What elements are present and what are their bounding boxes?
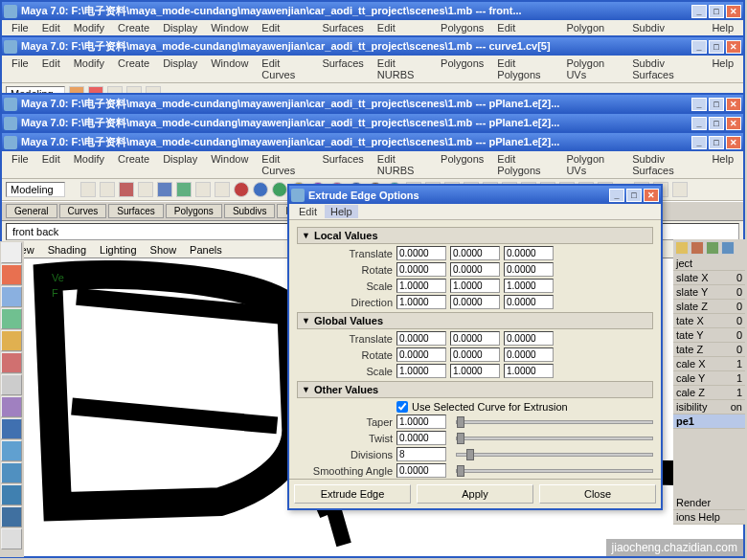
menu-polygons[interactable]: Polygons bbox=[435, 56, 489, 81]
divisions-slider[interactable] bbox=[456, 453, 653, 457]
taper-slider[interactable] bbox=[456, 420, 653, 424]
minimize-button[interactable]: _ bbox=[609, 189, 624, 202]
menu-edit-nurbs[interactable]: Edit NURBS bbox=[372, 56, 433, 81]
channel-row[interactable]: cale Y1 bbox=[673, 371, 745, 386]
smoothing-slider[interactable] bbox=[456, 469, 653, 473]
divisions-input[interactable] bbox=[396, 447, 446, 461]
close-dialog-button[interactable]: Close bbox=[539, 484, 656, 504]
persp-pane-icon[interactable] bbox=[1, 462, 22, 483]
apply-button[interactable]: Apply bbox=[417, 484, 533, 504]
channel-row[interactable]: tate Y0 bbox=[673, 328, 745, 343]
use-curve-checkbox[interactable] bbox=[396, 401, 408, 413]
four-pane-icon[interactable] bbox=[1, 440, 22, 461]
local-values-section[interactable]: ▼Local Values bbox=[297, 227, 653, 244]
shelf-tab-general[interactable]: General bbox=[6, 204, 57, 218]
maximize-button[interactable]: □ bbox=[709, 5, 724, 18]
channel-row[interactable]: slate Y0 bbox=[673, 285, 745, 300]
local-scale-x[interactable] bbox=[396, 279, 446, 293]
local-rotate-y[interactable] bbox=[450, 262, 500, 277]
window3-titlebar[interactable]: Maya 7.0: F:\电子资料\maya_mode-cundang\maya… bbox=[2, 95, 743, 113]
menu-edit-curves[interactable]: Edit Curves bbox=[256, 152, 314, 177]
extrude-button[interactable]: Extrude Edge bbox=[294, 484, 411, 504]
outliner-pane-icon[interactable] bbox=[1, 484, 22, 505]
minimize-button[interactable]: _ bbox=[691, 98, 707, 111]
channel-row[interactable]: isibilityon bbox=[673, 400, 745, 414]
single-pane-icon[interactable] bbox=[1, 418, 22, 439]
cb-icon[interactable] bbox=[721, 241, 735, 255]
menu-window[interactable]: Window bbox=[205, 56, 254, 81]
taper-input[interactable] bbox=[396, 414, 446, 429]
menu-polygon-uvs[interactable]: Polygon UVs bbox=[560, 152, 624, 177]
local-direction-z[interactable] bbox=[504, 295, 554, 309]
viewmenu-shading[interactable]: Shading bbox=[48, 244, 86, 256]
menu-display[interactable]: Display bbox=[157, 152, 203, 177]
dialog-help-menu[interactable]: Help bbox=[325, 205, 358, 218]
soft-mod-tool-icon[interactable] bbox=[1, 352, 22, 373]
selected-shape[interactable]: pe1 bbox=[673, 414, 745, 429]
close-button[interactable]: ✕ bbox=[726, 5, 741, 18]
menu-subdiv-surfaces[interactable]: Subdiv Surfaces bbox=[626, 152, 704, 177]
menu-help[interactable]: Help bbox=[706, 56, 739, 81]
shelf-tab-curves[interactable]: Curves bbox=[59, 204, 107, 218]
shelf-tab-polygons[interactable]: Polygons bbox=[166, 204, 222, 218]
menu-edit[interactable]: Edit bbox=[36, 152, 66, 177]
close-button[interactable]: ✕ bbox=[726, 117, 741, 130]
global-translate-y[interactable] bbox=[450, 331, 500, 346]
menu-file[interactable]: File bbox=[6, 56, 34, 81]
cb-icon[interactable] bbox=[706, 241, 719, 255]
global-translate-x[interactable] bbox=[396, 331, 446, 346]
global-values-section[interactable]: ▼Global Values bbox=[297, 312, 653, 329]
local-scale-z[interactable] bbox=[504, 279, 554, 293]
dialog-edit-menu[interactable]: Edit bbox=[293, 205, 323, 218]
maximize-button[interactable]: □ bbox=[709, 98, 724, 111]
local-direction-x[interactable] bbox=[396, 295, 446, 309]
menu-subdiv-surfaces[interactable]: Subdiv Surfaces bbox=[626, 56, 704, 81]
global-rotate-z[interactable] bbox=[504, 347, 554, 362]
maximize-button[interactable]: □ bbox=[709, 40, 724, 54]
select-tool-icon[interactable] bbox=[1, 242, 22, 263]
graph-editor-icon[interactable] bbox=[1, 528, 22, 549]
menu-polygons[interactable]: Polygons bbox=[435, 152, 489, 177]
maximize-button[interactable]: □ bbox=[709, 136, 724, 149]
local-scale-y[interactable] bbox=[450, 279, 500, 293]
menu-display[interactable]: Display bbox=[157, 56, 203, 81]
menu-create[interactable]: Create bbox=[112, 56, 155, 81]
channel-row[interactable]: tate Z0 bbox=[673, 343, 745, 357]
viewmenu-lighting[interactable]: Lighting bbox=[100, 244, 137, 256]
minimize-button[interactable]: _ bbox=[691, 40, 707, 54]
menu-edit-curves[interactable]: Edit Curves bbox=[256, 56, 314, 81]
cb-icon[interactable] bbox=[690, 241, 704, 255]
minimize-button[interactable]: _ bbox=[691, 117, 707, 130]
maximize-button[interactable]: □ bbox=[709, 117, 724, 130]
window5-titlebar[interactable]: Maya 7.0: F:\电子资料\maya_mode-cundang\maya… bbox=[2, 133, 743, 151]
rotate-tool-icon[interactable] bbox=[1, 308, 22, 329]
global-rotate-y[interactable] bbox=[450, 347, 500, 362]
channel-row[interactable]: slate X0 bbox=[673, 271, 745, 285]
minimize-button[interactable]: _ bbox=[691, 5, 707, 18]
twist-input[interactable] bbox=[396, 431, 446, 445]
cb-icon[interactable] bbox=[675, 241, 689, 255]
shelf-tab-subdivs[interactable]: Subdivs bbox=[224, 204, 276, 218]
viewmenu-panels[interactable]: Panels bbox=[190, 244, 222, 256]
channel-box[interactable]: ject slate X0slate Y0slate Z0tate X0tate… bbox=[673, 239, 745, 525]
local-rotate-z[interactable] bbox=[504, 262, 554, 277]
move-tool-icon[interactable] bbox=[1, 286, 22, 307]
local-translate-y[interactable] bbox=[450, 246, 500, 260]
menu-edit-polygons[interactable]: Edit Polygons bbox=[491, 152, 558, 177]
menu-file[interactable]: File bbox=[6, 152, 34, 177]
window4-titlebar[interactable]: Maya 7.0: F:\电子资料\maya_mode-cundang\maya… bbox=[2, 114, 743, 132]
close-button[interactable]: ✕ bbox=[726, 98, 741, 111]
global-scale-x[interactable] bbox=[396, 364, 446, 378]
hypershade-icon[interactable] bbox=[1, 506, 22, 527]
viewmenu-show[interactable]: Show bbox=[150, 244, 177, 256]
channel-row[interactable]: tate X0 bbox=[673, 314, 745, 328]
menu-edit-polygons[interactable]: Edit Polygons bbox=[491, 56, 558, 81]
menu-window[interactable]: Window bbox=[205, 152, 254, 177]
window2-titlebar[interactable]: Maya 7.0: F:\电子资料\maya_mode-cundang\maya… bbox=[2, 37, 743, 56]
dialog-titlebar[interactable]: Extrude Edge Options _ □ ✕ bbox=[289, 186, 661, 204]
local-direction-y[interactable] bbox=[450, 295, 500, 309]
local-rotate-x[interactable] bbox=[396, 262, 446, 277]
mode-dropdown[interactable]: Modeling bbox=[6, 182, 65, 197]
menu-create[interactable]: Create bbox=[112, 152, 155, 177]
close-button[interactable]: ✕ bbox=[644, 189, 659, 202]
